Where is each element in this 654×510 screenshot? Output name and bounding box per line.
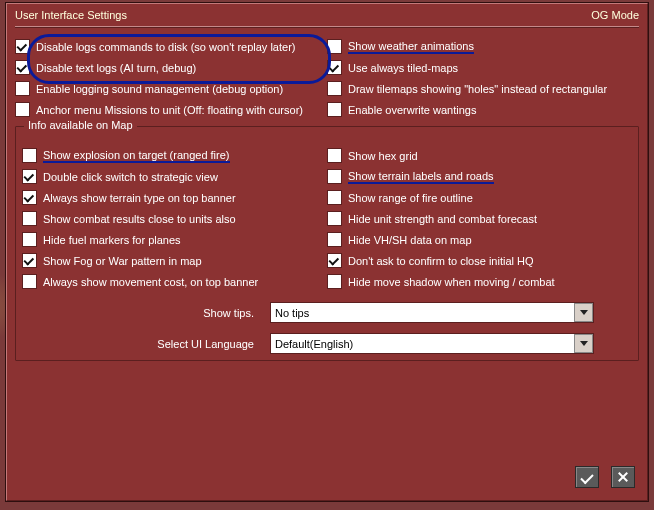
show-tips-row: Show tips. No tips — [22, 302, 632, 323]
select-value: Default(English) — [271, 338, 574, 350]
checkbox-label[interactable]: Show hex grid — [348, 150, 418, 162]
checkbox[interactable] — [22, 274, 37, 289]
checkbox-label[interactable]: Show range of fire outline — [348, 192, 473, 204]
close-icon — [618, 472, 628, 482]
checkbox-label[interactable]: Anchor menu Missions to unit (Off: float… — [36, 104, 303, 116]
settings-window: User Interface Settings OG Mode Disable … — [6, 3, 648, 501]
checkbox[interactable] — [327, 148, 342, 163]
chevron-down-icon — [574, 303, 593, 322]
map-left-row: Show explosion on target (ranged fire) — [22, 145, 327, 166]
checkbox-label[interactable]: Enable logging sound management (debug o… — [36, 83, 283, 95]
dialog-buttons — [575, 466, 635, 488]
checkbox[interactable] — [15, 102, 30, 117]
top-right-row: Draw tilemaps showing "holes" instead of… — [327, 78, 639, 99]
top-left-row: Disable logs commands to disk (so won't … — [15, 36, 327, 57]
fieldset-legend: Info available on Map — [24, 119, 137, 131]
checkbox-label[interactable]: Hide fuel markers for planes — [43, 234, 181, 246]
checkbox[interactable] — [327, 81, 342, 96]
checkbox[interactable] — [327, 253, 342, 268]
checkbox-label[interactable]: Don't ask to confirm to close initial HQ — [348, 255, 534, 267]
checkbox-label[interactable]: Always show movement cost, on top banner — [43, 276, 258, 288]
checkbox[interactable] — [22, 211, 37, 226]
titlebar: User Interface Settings OG Mode — [7, 4, 647, 24]
ok-button[interactable] — [575, 466, 599, 488]
top-left-row: Anchor menu Missions to unit (Off: float… — [15, 99, 327, 120]
map-left-row: Show Fog or War pattern in map — [22, 250, 327, 271]
checkbox[interactable] — [15, 60, 30, 75]
top-right-row: Enable overwrite wantings — [327, 99, 639, 120]
checkbox[interactable] — [327, 102, 342, 117]
map-right-row: Show hex grid — [327, 145, 632, 166]
map-left-row: Double click switch to strategic view — [22, 166, 327, 187]
checkbox[interactable] — [327, 190, 342, 205]
checkbox-label[interactable]: Show terrain labels and roads — [348, 170, 494, 184]
checkbox[interactable] — [15, 81, 30, 96]
show-tips-select[interactable]: No tips — [270, 302, 594, 323]
map-info-fieldset: Info available on Map Show explosion on … — [15, 126, 639, 361]
top-left-row: Disable text logs (AI turn, debug) — [15, 57, 327, 78]
map-left-row: Always show terrain type on top banner — [22, 187, 327, 208]
show-tips-label: Show tips. — [22, 307, 270, 319]
checkbox[interactable] — [327, 211, 342, 226]
map-left-row: Show combat results close to units also — [22, 208, 327, 229]
checkbox[interactable] — [327, 39, 342, 54]
checkbox[interactable] — [22, 253, 37, 268]
checkbox-label[interactable]: Disable text logs (AI turn, debug) — [36, 62, 196, 74]
checkbox-label[interactable]: Hide move shadow when moving / combat — [348, 276, 555, 288]
map-left-row: Always show movement cost, on top banner — [22, 271, 327, 292]
checkbox-label[interactable]: Enable overwrite wantings — [348, 104, 476, 116]
map-options: Show explosion on target (ranged fire)Do… — [22, 145, 632, 292]
map-right-row: Show terrain labels and roads — [327, 166, 632, 187]
checkbox-label[interactable]: Disable logs commands to disk (so won't … — [36, 41, 295, 53]
checkbox-label[interactable]: Hide VH/SH data on map — [348, 234, 472, 246]
checkbox[interactable] — [15, 39, 30, 54]
checkbox[interactable] — [22, 169, 37, 184]
language-select[interactable]: Default(English) — [270, 333, 594, 354]
checkbox[interactable] — [22, 148, 37, 163]
cancel-button[interactable] — [611, 466, 635, 488]
checkbox[interactable] — [22, 232, 37, 247]
checkbox-label[interactable]: Show weather animations — [348, 40, 474, 54]
select-value: No tips — [271, 307, 574, 319]
map-right-row: Don't ask to confirm to close initial HQ — [327, 250, 632, 271]
map-right-row: Hide unit strength and combat forecast — [327, 208, 632, 229]
checkbox-label[interactable]: Always show terrain type on top banner — [43, 192, 236, 204]
top-options: Disable logs commands to disk (so won't … — [7, 36, 647, 120]
divider — [15, 26, 639, 28]
language-label: Select UI Language — [22, 338, 270, 350]
map-right-row: Show range of fire outline — [327, 187, 632, 208]
checkbox[interactable] — [22, 190, 37, 205]
top-right-row: Show weather animations — [327, 36, 639, 57]
top-left-row: Enable logging sound management (debug o… — [15, 78, 327, 99]
checkbox-label[interactable]: Double click switch to strategic view — [43, 171, 218, 183]
language-row: Select UI Language Default(English) — [22, 333, 632, 354]
chevron-down-icon — [574, 334, 593, 353]
top-right-row: Use always tiled-maps — [327, 57, 639, 78]
mode-label: OG Mode — [591, 9, 639, 21]
map-right-row: Hide VH/SH data on map — [327, 229, 632, 250]
checkbox[interactable] — [327, 169, 342, 184]
checkbox-label[interactable]: Show Fog or War pattern in map — [43, 255, 202, 267]
checkbox[interactable] — [327, 60, 342, 75]
checkbox[interactable] — [327, 232, 342, 247]
checkbox-label[interactable]: Use always tiled-maps — [348, 62, 458, 74]
window-title: User Interface Settings — [15, 9, 127, 21]
map-right-row: Hide move shadow when moving / combat — [327, 271, 632, 292]
checkbox-label[interactable]: Draw tilemaps showing "holes" instead of… — [348, 83, 607, 95]
checkbox[interactable] — [327, 274, 342, 289]
check-icon — [580, 470, 593, 483]
checkbox-label[interactable]: Show combat results close to units also — [43, 213, 236, 225]
checkbox-label[interactable]: Hide unit strength and combat forecast — [348, 213, 537, 225]
checkbox-label[interactable]: Show explosion on target (ranged fire) — [43, 149, 230, 163]
map-left-row: Hide fuel markers for planes — [22, 229, 327, 250]
